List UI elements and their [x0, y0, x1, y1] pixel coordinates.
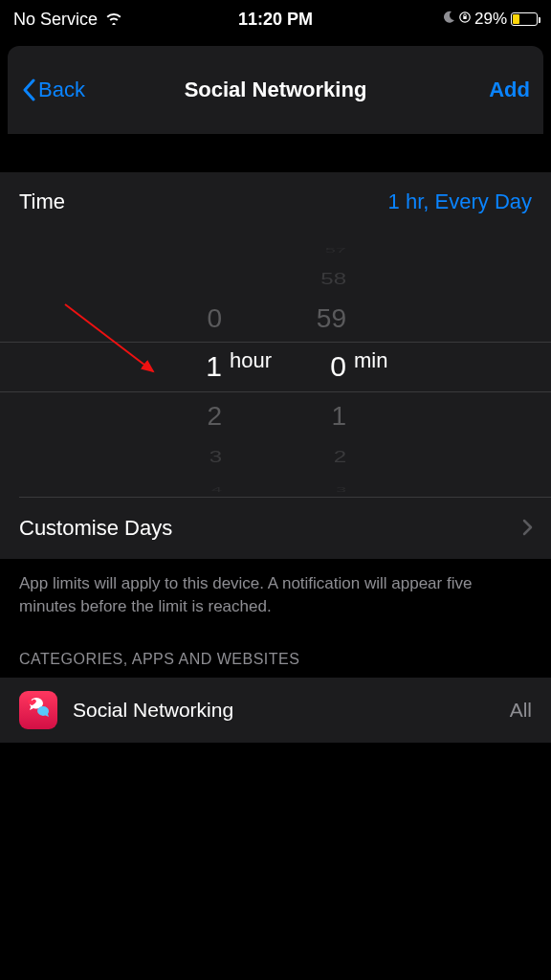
wheel-item: 0: [207, 295, 222, 343]
customise-days-row[interactable]: Customise Days: [0, 498, 551, 559]
wheel-item: 59: [317, 295, 346, 343]
category-row[interactable]: Social Networking All: [0, 678, 551, 743]
page-title: Social Networking: [185, 78, 367, 102]
nav-bar: Back Social Networking Add: [8, 46, 543, 134]
lock-icon: [459, 10, 471, 29]
time-section: Time 1 hr, Every Day 0 1 2 3 4 hour 57 5…: [0, 172, 551, 559]
status-bar: No Service 11:20 PM 29%: [0, 0, 551, 38]
wheel-item: 2: [207, 392, 222, 440]
chevron-right-icon: [522, 515, 534, 542]
dnd-icon: [442, 10, 455, 29]
hour-unit: hour: [230, 348, 272, 373]
back-button[interactable]: Back: [21, 78, 85, 102]
wheel-item: 57: [325, 240, 346, 259]
section-header: CATEGORIES, APPS AND WEBSITES: [0, 645, 551, 678]
add-button[interactable]: Add: [489, 78, 530, 102]
svg-rect-1: [463, 16, 466, 19]
wheel-item-selected: 1: [206, 343, 222, 390]
category-value: All: [510, 699, 532, 722]
wheel-item: 4: [211, 479, 222, 497]
time-row[interactable]: Time 1 hr, Every Day: [0, 172, 551, 234]
wheel-item: 3: [209, 440, 222, 474]
time-value: 1 hr, Every Day: [388, 189, 532, 214]
minute-unit: min: [354, 348, 387, 373]
time-label: Time: [19, 189, 65, 214]
wheel-item: 1: [331, 392, 346, 440]
chevron-left-icon: [21, 78, 36, 101]
wheel-item: 2: [334, 440, 346, 474]
carrier-label: No Service: [13, 10, 98, 30]
wheel-item: 3: [336, 479, 346, 497]
footer-text: App limits will apply to this device. A …: [0, 559, 551, 645]
battery-icon: [511, 12, 538, 26]
hour-wheel[interactable]: 0 1 2 3 4 hour: [151, 234, 276, 497]
category-label: Social Networking: [73, 699, 495, 722]
social-networking-icon: [19, 691, 57, 729]
minute-wheel[interactable]: 57 58 59 0 1 2 3 min: [276, 234, 400, 497]
battery-percent: 29%: [474, 10, 507, 29]
wifi-icon: [105, 10, 122, 30]
time-picker[interactable]: 0 1 2 3 4 hour 57 58 59 0 1 2 3 min: [0, 234, 551, 497]
status-time: 11:20 PM: [238, 10, 313, 30]
customise-days-label: Customise Days: [19, 516, 172, 541]
wheel-item-selected: 0: [330, 343, 346, 390]
back-label: Back: [38, 78, 85, 102]
wheel-item: 58: [320, 262, 346, 296]
